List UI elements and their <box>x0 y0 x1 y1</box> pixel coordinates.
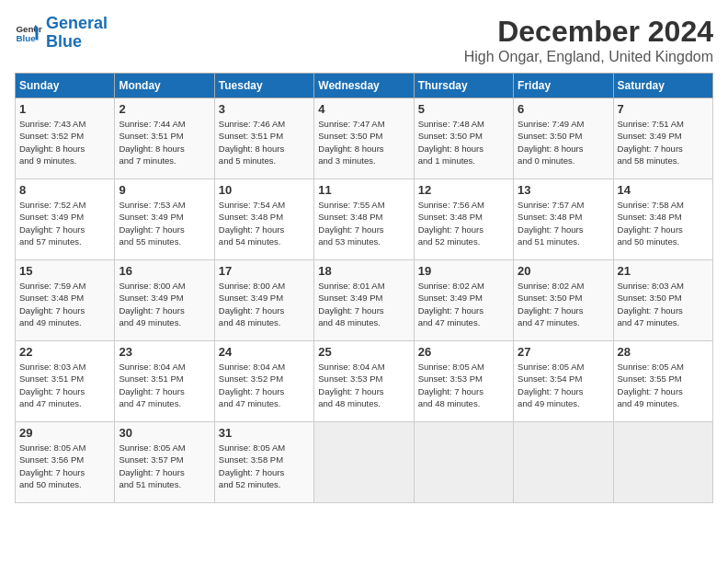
day-info: Sunrise: 8:05 AM Sunset: 3:54 PM Dayligh… <box>518 361 609 409</box>
day-info: Sunrise: 7:47 AM Sunset: 3:50 PM Dayligh… <box>318 118 409 167</box>
calendar-day-cell: 1 Sunrise: 7:43 AM Sunset: 3:52 PM Dayli… <box>16 98 115 179</box>
day-info: Sunrise: 8:05 AM Sunset: 3:55 PM Dayligh… <box>618 361 709 409</box>
day-number: 16 <box>119 264 210 278</box>
location-subtitle: High Ongar, England, United Kingdom <box>464 49 713 65</box>
day-info: Sunrise: 8:03 AM Sunset: 3:50 PM Dayligh… <box>618 280 709 328</box>
calendar-day-cell <box>414 422 513 503</box>
day-info: Sunrise: 7:52 AM Sunset: 3:49 PM Dayligh… <box>19 199 110 247</box>
day-number: 4 <box>318 102 409 116</box>
logo-icon: General Blue <box>15 19 42 47</box>
calendar-header-cell: Friday <box>514 74 613 98</box>
calendar-day-cell: 23 Sunrise: 8:04 AM Sunset: 3:51 PM Dayl… <box>115 341 214 422</box>
calendar-day-cell: 19 Sunrise: 8:02 AM Sunset: 3:49 PM Dayl… <box>414 260 513 341</box>
day-info: Sunrise: 8:05 AM Sunset: 3:53 PM Dayligh… <box>418 361 509 409</box>
day-info: Sunrise: 7:44 AM Sunset: 3:51 PM Dayligh… <box>119 118 210 167</box>
day-info: Sunrise: 7:58 AM Sunset: 3:48 PM Dayligh… <box>618 199 709 247</box>
day-info: Sunrise: 7:57 AM Sunset: 3:48 PM Dayligh… <box>518 199 609 247</box>
day-number: 18 <box>318 264 409 278</box>
day-number: 10 <box>219 183 310 197</box>
calendar-week-row: 15 Sunrise: 7:59 AM Sunset: 3:48 PM Dayl… <box>16 260 713 341</box>
calendar-day-cell: 27 Sunrise: 8:05 AM Sunset: 3:54 PM Dayl… <box>514 341 613 422</box>
day-number: 13 <box>518 183 609 197</box>
calendar-header-cell: Saturday <box>613 74 712 98</box>
day-number: 25 <box>318 345 409 359</box>
calendar-day-cell: 7 Sunrise: 7:51 AM Sunset: 3:49 PM Dayli… <box>613 98 712 179</box>
logo-text: GeneralBlue <box>46 15 108 52</box>
day-info: Sunrise: 8:04 AM Sunset: 3:52 PM Dayligh… <box>219 361 310 409</box>
calendar-day-cell: 20 Sunrise: 8:02 AM Sunset: 3:50 PM Dayl… <box>514 260 613 341</box>
day-info: Sunrise: 7:59 AM Sunset: 3:48 PM Dayligh… <box>19 280 110 328</box>
day-info: Sunrise: 8:05 AM Sunset: 3:57 PM Dayligh… <box>119 442 210 490</box>
day-info: Sunrise: 7:49 AM Sunset: 3:50 PM Dayligh… <box>518 118 609 167</box>
day-info: Sunrise: 7:54 AM Sunset: 3:48 PM Dayligh… <box>219 199 310 247</box>
calendar-day-cell: 10 Sunrise: 7:54 AM Sunset: 3:48 PM Dayl… <box>214 179 313 260</box>
calendar-week-row: 29 Sunrise: 8:05 AM Sunset: 3:56 PM Dayl… <box>16 422 713 503</box>
day-number: 12 <box>418 183 509 197</box>
calendar-day-cell: 15 Sunrise: 7:59 AM Sunset: 3:48 PM Dayl… <box>16 260 115 341</box>
calendar-day-cell: 2 Sunrise: 7:44 AM Sunset: 3:51 PM Dayli… <box>115 98 214 179</box>
logo: General Blue GeneralBlue <box>15 15 108 52</box>
day-info: Sunrise: 8:01 AM Sunset: 3:49 PM Dayligh… <box>318 280 409 328</box>
day-info: Sunrise: 7:43 AM Sunset: 3:52 PM Dayligh… <box>19 118 110 167</box>
day-info: Sunrise: 7:56 AM Sunset: 3:48 PM Dayligh… <box>418 199 509 247</box>
calendar-header-cell: Monday <box>115 74 214 98</box>
day-info: Sunrise: 8:00 AM Sunset: 3:49 PM Dayligh… <box>219 280 310 328</box>
calendar-header-cell: Thursday <box>414 74 513 98</box>
day-number: 24 <box>219 345 310 359</box>
svg-text:Blue: Blue <box>17 33 37 43</box>
day-number: 6 <box>518 102 609 116</box>
day-info: Sunrise: 7:48 AM Sunset: 3:50 PM Dayligh… <box>418 118 509 167</box>
calendar-day-cell: 26 Sunrise: 8:05 AM Sunset: 3:53 PM Dayl… <box>414 341 513 422</box>
calendar-body: 1 Sunrise: 7:43 AM Sunset: 3:52 PM Dayli… <box>16 98 713 503</box>
calendar-day-cell <box>514 422 613 503</box>
calendar-day-cell: 24 Sunrise: 8:04 AM Sunset: 3:52 PM Dayl… <box>214 341 313 422</box>
day-number: 8 <box>19 183 110 197</box>
calendar-day-cell: 11 Sunrise: 7:55 AM Sunset: 3:48 PM Dayl… <box>314 179 414 260</box>
day-number: 5 <box>418 102 509 116</box>
calendar-week-row: 22 Sunrise: 8:03 AM Sunset: 3:51 PM Dayl… <box>16 341 713 422</box>
day-info: Sunrise: 8:04 AM Sunset: 3:51 PM Dayligh… <box>119 361 210 409</box>
calendar-day-cell: 16 Sunrise: 8:00 AM Sunset: 3:49 PM Dayl… <box>115 260 214 341</box>
day-number: 17 <box>219 264 310 278</box>
day-info: Sunrise: 7:51 AM Sunset: 3:49 PM Dayligh… <box>618 118 709 167</box>
day-number: 26 <box>418 345 509 359</box>
day-number: 11 <box>318 183 409 197</box>
day-number: 30 <box>119 426 210 440</box>
calendar-day-cell: 31 Sunrise: 8:05 AM Sunset: 3:58 PM Dayl… <box>214 422 313 503</box>
calendar-week-row: 8 Sunrise: 7:52 AM Sunset: 3:49 PM Dayli… <box>16 179 713 260</box>
day-info: Sunrise: 8:05 AM Sunset: 3:58 PM Dayligh… <box>219 442 310 490</box>
calendar-day-cell: 30 Sunrise: 8:05 AM Sunset: 3:57 PM Dayl… <box>115 422 214 503</box>
day-info: Sunrise: 8:02 AM Sunset: 3:49 PM Dayligh… <box>418 280 509 328</box>
day-number: 19 <box>418 264 509 278</box>
calendar-day-cell: 14 Sunrise: 7:58 AM Sunset: 3:48 PM Dayl… <box>613 179 712 260</box>
day-number: 22 <box>19 345 110 359</box>
calendar-day-cell: 28 Sunrise: 8:05 AM Sunset: 3:55 PM Dayl… <box>613 341 712 422</box>
calendar-day-cell <box>613 422 712 503</box>
day-number: 28 <box>618 345 709 359</box>
calendar-header-cell: Sunday <box>16 74 115 98</box>
page-header: General Blue GeneralBlue December 2024 H… <box>15 15 713 65</box>
calendar-day-cell: 8 Sunrise: 7:52 AM Sunset: 3:49 PM Dayli… <box>16 179 115 260</box>
calendar-header-cell: Wednesday <box>314 74 414 98</box>
calendar-day-cell: 18 Sunrise: 8:01 AM Sunset: 3:49 PM Dayl… <box>314 260 414 341</box>
day-info: Sunrise: 7:55 AM Sunset: 3:48 PM Dayligh… <box>318 199 409 247</box>
day-number: 15 <box>19 264 110 278</box>
day-info: Sunrise: 8:05 AM Sunset: 3:56 PM Dayligh… <box>19 442 110 490</box>
calendar-day-cell: 4 Sunrise: 7:47 AM Sunset: 3:50 PM Dayli… <box>314 98 414 179</box>
calendar-table: SundayMondayTuesdayWednesdayThursdayFrid… <box>15 73 713 503</box>
day-number: 1 <box>19 102 110 116</box>
day-number: 27 <box>518 345 609 359</box>
calendar-week-row: 1 Sunrise: 7:43 AM Sunset: 3:52 PM Dayli… <box>16 98 713 179</box>
calendar-day-cell: 13 Sunrise: 7:57 AM Sunset: 3:48 PM Dayl… <box>514 179 613 260</box>
day-info: Sunrise: 8:04 AM Sunset: 3:53 PM Dayligh… <box>318 361 409 409</box>
calendar-day-cell <box>314 422 414 503</box>
day-info: Sunrise: 7:53 AM Sunset: 3:49 PM Dayligh… <box>119 199 210 247</box>
calendar-day-cell: 29 Sunrise: 8:05 AM Sunset: 3:56 PM Dayl… <box>16 422 115 503</box>
calendar-header-cell: Tuesday <box>214 74 313 98</box>
day-number: 7 <box>618 102 709 116</box>
calendar-day-cell: 22 Sunrise: 8:03 AM Sunset: 3:51 PM Dayl… <box>16 341 115 422</box>
day-number: 29 <box>19 426 110 440</box>
day-info: Sunrise: 8:02 AM Sunset: 3:50 PM Dayligh… <box>518 280 609 328</box>
month-title: December 2024 <box>464 15 713 49</box>
day-number: 20 <box>518 264 609 278</box>
